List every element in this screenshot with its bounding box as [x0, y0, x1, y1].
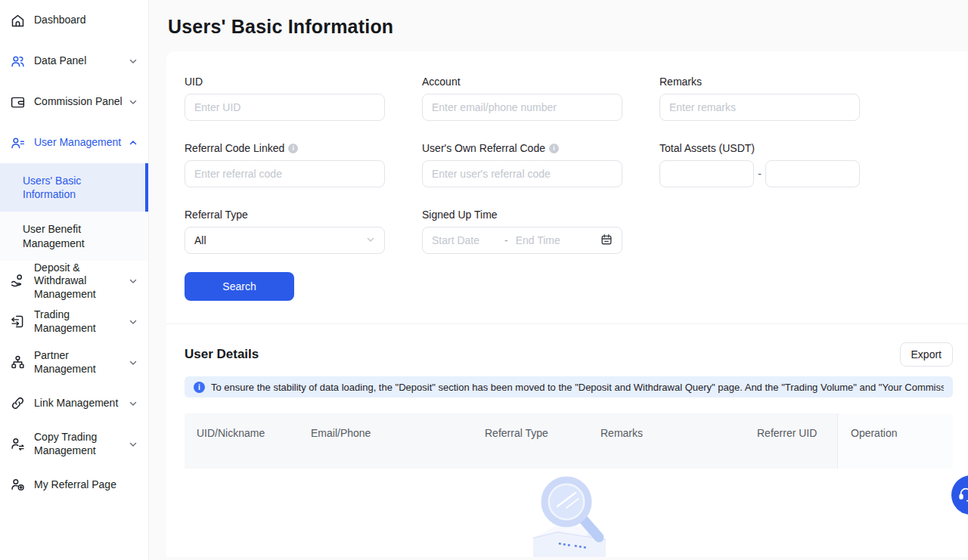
sidebar-item-label: Copy Trading Management [34, 431, 124, 457]
user-arrows-icon [9, 436, 26, 453]
sidebar-item-label: Link Management [34, 397, 124, 410]
sidebar-item-trading-management[interactable]: Trading Management [0, 302, 148, 342]
chevron-down-icon [129, 57, 138, 66]
users-own-referral-code-input[interactable] [422, 160, 622, 187]
total-assets-min-input[interactable] [659, 160, 754, 187]
org-chart-icon [9, 354, 26, 371]
sidebar: Dashboard Data Panel Commission Panel [0, 0, 149, 560]
sidebar-item-label: Commission Panel [34, 95, 124, 109]
sidebar-item-label: Partner Management [34, 349, 124, 376]
referral-type-label: Referral Type [185, 209, 385, 221]
hand-coin-icon [9, 273, 26, 289]
select-chevron-icon [366, 234, 375, 246]
chevron-down-icon [129, 277, 138, 286]
chevron-down-icon [129, 358, 138, 367]
total-assets-max-input[interactable] [765, 160, 860, 187]
column-header-uid-nickname[interactable]: UID/Nickname [185, 413, 311, 469]
home-icon [9, 12, 26, 29]
chevron-down-icon [129, 440, 138, 449]
sidebar-subitem-label: User Benefit Management [23, 223, 85, 249]
column-header-operation[interactable]: Operation [837, 413, 953, 469]
account-input[interactable] [422, 94, 622, 121]
referral-type-field-group: Referral Type All [185, 209, 385, 254]
main-content: Users' Basic Information UID Account Rem… [149, 0, 968, 560]
user-list-icon [9, 135, 26, 151]
empty-search-illustration [512, 473, 625, 557]
notice-banner: i To ensure the stability of data loadin… [185, 376, 953, 398]
range-separator: - [758, 168, 762, 180]
referral-code-linked-input[interactable] [185, 160, 385, 187]
notice-text: To ensure the stability of data loading,… [211, 382, 944, 393]
start-date-placeholder: Start Date [432, 234, 504, 246]
total-assets-field-group: Total Assets (USDT) - [659, 142, 860, 187]
chevron-down-icon [129, 97, 138, 107]
referral-code-linked-label: Referral Code Linked [185, 142, 284, 154]
user-table-header: UID/Nickname Email/Phone Referral Type R… [185, 413, 953, 469]
sidebar-item-label: Deposit & Withdrawal Management [34, 261, 124, 302]
user-management-submenu: Users' Basic Information User Benefit Ma… [0, 163, 148, 261]
uid-field-group: UID [185, 76, 385, 121]
user-details-title: User Details [185, 347, 259, 362]
sidebar-item-label: User Management [34, 136, 124, 150]
sidebar-item-partner-management[interactable]: Partner Management [0, 342, 148, 383]
referral-code-linked-field-group: Referral Code Linked i [185, 142, 385, 187]
signed-up-time-label: Signed Up Time [422, 209, 622, 221]
date-range-separator: - [504, 234, 508, 246]
account-label: Account [422, 76, 622, 88]
info-icon[interactable]: i [549, 144, 559, 153]
export-button[interactable]: Export [900, 342, 953, 367]
sidebar-item-commission-panel[interactable]: Commission Panel [0, 82, 148, 122]
uid-label: UID [185, 76, 385, 88]
search-button[interactable]: Search [185, 272, 294, 301]
sidebar-subitem-label: Users' Basic Information [23, 175, 81, 200]
filter-form: UID Account Remarks Referral Code Linked… [185, 76, 953, 254]
filter-grid-spacer [659, 209, 860, 254]
sidebar-subitem-users-basic-information[interactable]: Users' Basic Information [0, 163, 148, 212]
sidebar-item-copy-trading-management[interactable]: Copy Trading Management [0, 424, 148, 465]
info-icon[interactable]: i [288, 144, 298, 153]
signed-up-time-field-group: Signed Up Time Start Date - End Time [422, 209, 622, 254]
transfer-icon [9, 314, 26, 330]
section-divider [166, 323, 968, 324]
chevron-down-icon [129, 317, 138, 326]
link-icon [9, 395, 26, 412]
user-plus-icon [9, 477, 26, 493]
empty-state [185, 469, 953, 557]
column-header-remarks[interactable]: Remarks [600, 413, 757, 469]
calendar-icon [600, 234, 613, 248]
total-assets-label: Total Assets (USDT) [659, 142, 860, 154]
referral-type-value: All [194, 234, 206, 246]
info-icon: i [194, 382, 205, 393]
headset-icon [957, 486, 968, 505]
sidebar-item-my-referral-page[interactable]: My Referral Page [0, 465, 148, 506]
users-own-referral-code-label: User's Own Referral Code [422, 142, 545, 154]
app-window: Dashboard Data Panel Commission Panel [0, 0, 968, 560]
remarks-input[interactable] [659, 94, 860, 121]
sidebar-item-deposit-withdrawal-management[interactable]: Deposit & Withdrawal Management [0, 261, 148, 302]
signed-up-time-range-picker[interactable]: Start Date - End Time [422, 227, 622, 254]
users-icon [9, 53, 26, 70]
column-header-referrer-uid[interactable]: Referrer UID [757, 413, 837, 469]
content-card: UID Account Remarks Referral Code Linked… [166, 51, 968, 557]
chevron-down-icon [129, 399, 138, 408]
sidebar-item-user-management[interactable]: User Management [0, 122, 148, 163]
sidebar-item-label: Trading Management [34, 308, 124, 335]
sidebar-item-label: Data Panel [34, 54, 124, 68]
sidebar-subitem-user-benefit-management[interactable]: User Benefit Management [0, 212, 148, 260]
remarks-field-group: Remarks [659, 76, 860, 121]
column-header-referral-type[interactable]: Referral Type [485, 413, 600, 469]
uid-input[interactable] [185, 94, 385, 121]
sidebar-item-link-management[interactable]: Link Management [0, 383, 148, 424]
users-own-referral-code-field-group: User's Own Referral Code i [422, 142, 622, 187]
chevron-up-icon [129, 138, 138, 147]
remarks-label: Remarks [659, 76, 860, 88]
sidebar-item-data-panel[interactable]: Data Panel [0, 41, 148, 82]
account-field-group: Account [422, 76, 622, 121]
column-header-email-phone[interactable]: Email/Phone [311, 413, 485, 469]
end-time-placeholder: End Time [516, 234, 600, 246]
sidebar-item-label: Dashboard [34, 14, 138, 27]
referral-type-select[interactable]: All [185, 227, 385, 254]
wallet-icon [9, 94, 26, 110]
sidebar-item-label: My Referral Page [34, 478, 138, 492]
sidebar-item-dashboard[interactable]: Dashboard [0, 0, 148, 41]
